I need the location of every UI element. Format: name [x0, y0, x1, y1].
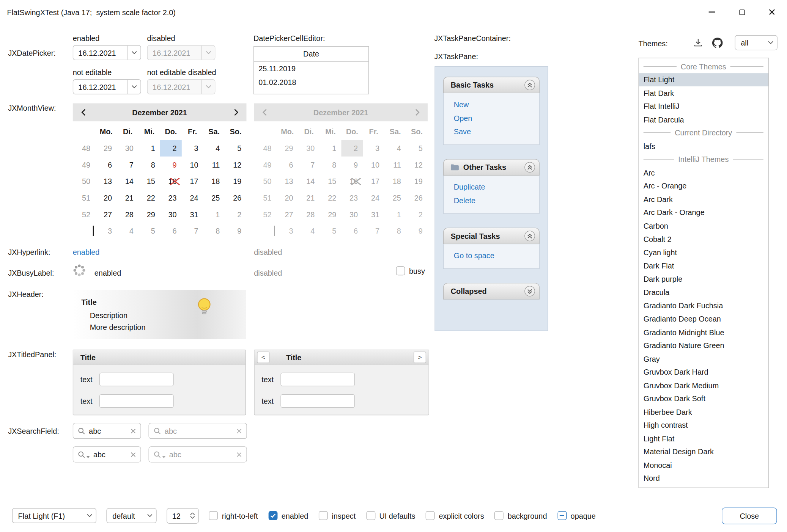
theme-item[interactable]: lafs — [639, 140, 768, 153]
taskpane-header-button[interactable]: Special Tasks — [443, 228, 540, 245]
theme-item[interactable]: Dark purple — [639, 272, 768, 286]
theme-item[interactable]: Cobalt 2 — [639, 232, 768, 246]
calendar-day[interactable]: 18 — [203, 173, 225, 190]
calendar-day[interactable]: 20 — [95, 190, 117, 206]
minimize-button[interactable] — [697, 0, 727, 24]
task-action-link[interactable]: Open — [454, 114, 539, 123]
checkbox-explicit-colors[interactable]: explicit colors — [426, 511, 484, 520]
calendar-day[interactable]: 11 — [203, 157, 225, 173]
checkbox-box[interactable] — [426, 511, 435, 520]
titled-panel-right-button[interactable]: > — [414, 352, 426, 363]
calendar-day[interactable]: 30 — [160, 206, 182, 223]
calendar-day[interactable]: 23 — [160, 190, 182, 206]
checkbox-inspect[interactable]: inspect — [319, 511, 356, 520]
calendar-day[interactable]: 7 — [117, 157, 139, 173]
titled-panel-left-button[interactable]: < — [257, 352, 269, 363]
calendar-day[interactable]: 16 — [160, 173, 182, 190]
datepicker-dropdown-button[interactable] — [127, 80, 141, 94]
calendar-day[interactable]: 31 — [182, 206, 203, 223]
calendar-day[interactable]: 4 — [117, 223, 139, 239]
calendar-day[interactable]: 17 — [182, 173, 203, 190]
themes-filter-combobox[interactable]: all — [735, 35, 777, 50]
calendar-day[interactable]: 15 — [139, 173, 160, 190]
theme-item[interactable]: Arc — [639, 166, 768, 179]
theme-item[interactable]: Gradianto Deep Ocean — [639, 312, 768, 325]
calendar-day[interactable]: 24 — [182, 190, 203, 206]
calendar-day[interactable]: 1 — [139, 140, 160, 157]
calendar-day[interactable]: 5 — [225, 140, 247, 157]
theme-item[interactable]: Hiberbee Dark — [639, 405, 768, 419]
calendar-day[interactable]: 1 — [203, 206, 225, 223]
taskpane-header-button[interactable]: Basic Tasks — [443, 77, 540, 93]
checkbox-background[interactable]: background — [494, 511, 547, 520]
theme-item[interactable]: Dracula — [639, 286, 768, 299]
calendar-day[interactable]: 28 — [117, 206, 139, 223]
theme-item[interactable]: Flat Darcula — [639, 113, 768, 126]
calendar-day[interactable]: 29 — [139, 206, 160, 223]
laf-combobox[interactable]: Flat Light (F1) — [12, 508, 96, 523]
calendar-day[interactable]: 9 — [225, 223, 247, 239]
calendar-day[interactable]: 14 — [117, 173, 139, 190]
checkbox-box[interactable] — [209, 511, 218, 520]
calendar-day[interactable]: 4 — [203, 140, 225, 157]
calendar-day[interactable]: 19 — [225, 173, 247, 190]
datepicker-dropdown-button[interactable] — [127, 46, 141, 60]
text-input[interactable] — [99, 394, 174, 408]
theme-item[interactable]: Flat Dark — [639, 86, 768, 100]
calendar-day[interactable]: 3 — [95, 223, 117, 239]
theme-item[interactable]: High contrast — [639, 419, 768, 432]
checkbox-right-to-left[interactable]: right-to-left — [209, 511, 258, 520]
datepicker-enabled[interactable]: 16.12.2021 — [73, 45, 141, 60]
text-input[interactable] — [280, 373, 355, 386]
checkbox-box[interactable] — [396, 266, 405, 275]
theme-item[interactable]: Carbon — [639, 219, 768, 232]
theme-item[interactable]: Dark Flat — [639, 259, 768, 272]
theme-item[interactable]: Material Design Dark — [639, 445, 768, 458]
theme-item[interactable]: Flat IntelliJ — [639, 100, 768, 113]
calendar-day[interactable]: 3 — [182, 140, 203, 157]
checkbox-box[interactable] — [494, 511, 504, 520]
search-menu-icon[interactable] — [78, 450, 90, 458]
calendar-day[interactable]: 10 — [182, 157, 203, 173]
close-button[interactable]: Close — [722, 507, 777, 524]
theme-item[interactable]: Gradianto Nature Green — [639, 339, 768, 352]
table-row[interactable]: 01.02.2018 — [254, 75, 368, 89]
theme-item[interactable]: Gradianto Dark Fuchsia — [639, 299, 768, 312]
calendar-day[interactable]: 5 — [139, 223, 160, 239]
theme-item[interactable]: Gruvbox Dark Hard — [639, 366, 768, 379]
calendar-day[interactable]: 30 — [117, 140, 139, 157]
checkbox-enabled[interactable]: enabled — [268, 511, 308, 520]
spinner-buttons[interactable] — [186, 513, 198, 519]
task-action-link[interactable]: New — [454, 100, 539, 110]
theme-item[interactable]: Light Flat — [639, 432, 768, 445]
theme-item[interactable]: Gruvbox Dark Medium — [639, 379, 768, 392]
datepicker-not-editable[interactable]: 16.12.2021 — [73, 79, 141, 94]
calendar-day[interactable]: 29 — [95, 140, 117, 157]
github-button[interactable] — [711, 36, 724, 49]
next-month-button[interactable] — [225, 109, 247, 116]
calendar-day[interactable]: 26 — [225, 190, 247, 206]
download-button[interactable] — [692, 36, 705, 49]
maximize-button[interactable] — [727, 0, 757, 24]
theme-item[interactable]: Arc Dark — [639, 193, 768, 206]
checkbox-ui-defaults[interactable]: UI defaults — [366, 511, 415, 520]
calendar-day[interactable]: 25 — [203, 190, 225, 206]
search-field-with-menu[interactable]: abc — [73, 446, 141, 462]
calendar-day[interactable]: 8 — [203, 223, 225, 239]
calendar-day[interactable]: 9 — [160, 157, 182, 173]
theme-item[interactable]: Arc Dark - Orange — [639, 206, 768, 219]
theme-item[interactable]: Gradianto Midnight Blue — [639, 325, 768, 339]
calendar-day[interactable]: 8 — [139, 157, 160, 173]
clear-icon[interactable] — [131, 427, 136, 435]
window-close-button[interactable] — [757, 0, 787, 24]
calendar-day[interactable]: 27 — [95, 206, 117, 223]
theme-item[interactable]: Arc - Orange — [639, 179, 768, 193]
checkbox-opaque[interactable]: opaque — [557, 511, 596, 520]
font-size-spinner[interactable]: 12 — [167, 508, 199, 523]
theme-item[interactable]: Monocai — [639, 458, 768, 472]
search-field[interactable]: abc — [73, 423, 141, 439]
task-action-link[interactable]: Duplicate — [454, 182, 539, 191]
calendar-day[interactable]: 7 — [182, 223, 203, 239]
hyperlink-enabled[interactable]: enabled — [73, 248, 100, 256]
calendar-day[interactable]: 21 — [117, 190, 139, 206]
